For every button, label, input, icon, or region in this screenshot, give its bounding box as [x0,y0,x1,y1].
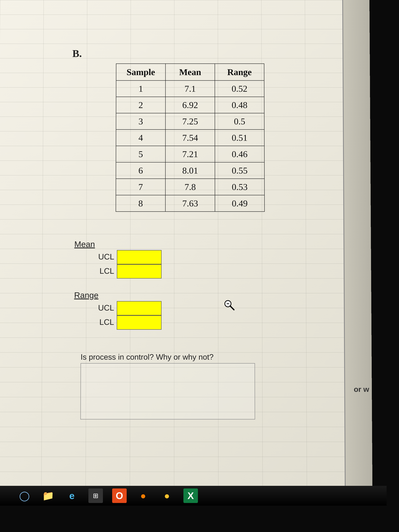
section-label: B. [72,48,82,59]
store-icon[interactable]: ⊞ [89,488,103,503]
file-explorer-icon[interactable]: 📁 [41,488,55,503]
table-row: 5 7.21 0.46 [116,146,264,162]
windows-taskbar[interactable]: ◯ 📁 e ⊞ O ● ● X [0,486,386,506]
table-row: 4 7.54 0.51 [116,130,264,146]
range-subheader: Range [74,290,99,300]
range-lcl-cell[interactable] [117,315,162,329]
table-row: 2 6.92 0.48 [116,97,264,113]
answer-box[interactable] [80,363,255,419]
app-icon[interactable]: ● [136,488,150,503]
side-panel [342,0,373,496]
table-row: 7 7.8 0.53 [116,179,264,195]
mean-lcl-label: LCL [95,264,117,278]
table-row: 1 7.1 0.52 [116,81,264,97]
table-header-row: Sample Mean Range [116,63,264,81]
chrome-icon[interactable]: ● [160,488,174,503]
edge-icon[interactable]: e [65,488,79,503]
spreadsheet-area[interactable]: B. Sample Mean Range 1 7.1 0.52 2 6.92 [0,0,373,496]
table-row: 8 7.63 0.49 [116,195,265,212]
mean-ucl-cell[interactable] [117,250,162,264]
header-mean: Mean [165,63,215,81]
office-icon[interactable]: O [112,488,127,503]
mean-subheader: Mean [74,239,95,249]
range-lcl-label: LCL [95,315,117,329]
question-text: Is process in control? Why or why not? [81,352,214,361]
table-row: 6 8.01 0.55 [116,162,264,179]
excel-icon[interactable]: X [184,488,198,503]
svg-line-2 [230,306,234,310]
zoom-out-cursor-icon [223,299,235,314]
sample-data-table: Sample Mean Range 1 7.1 0.52 2 6.92 0.48… [116,63,265,212]
mean-ucl-label: UCL [95,250,117,264]
mean-lcl-cell[interactable] [117,264,162,279]
range-limits-block: UCL LCL [95,301,162,329]
header-sample: Sample [116,63,165,81]
range-ucl-cell[interactable] [117,301,162,315]
cortana-icon[interactable]: ◯ [17,488,32,503]
range-ucl-label: UCL [95,301,117,315]
table-row: 3 7.25 0.5 [116,113,264,130]
mean-limits-block: UCL LCL [95,250,162,279]
side-panel-partial-text: or w [354,385,369,394]
header-range: Range [215,63,264,81]
